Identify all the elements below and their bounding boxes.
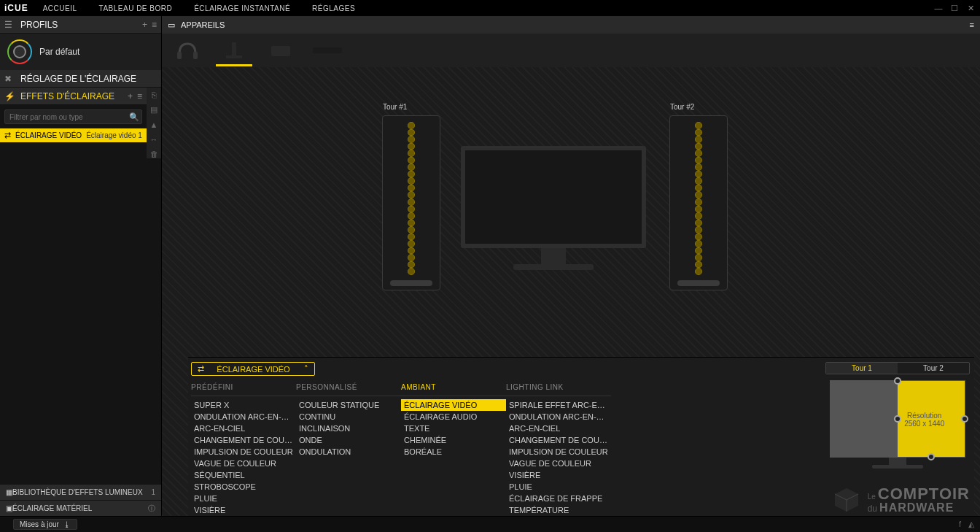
lighting-settings-header: ✖ RÉGLAGE DE L'ÉCLAIRAGE xyxy=(0,70,161,88)
cat-link-header: LIGHTING LINK xyxy=(506,380,611,396)
tower-1[interactable]: Tour #1 xyxy=(382,115,440,290)
minimize-icon[interactable]: — xyxy=(933,3,944,13)
effect-option[interactable]: INCLINAISON xyxy=(296,423,401,434)
preview-monitor[interactable]: Résolution2560 x 1440 xyxy=(830,380,965,458)
effect-option[interactable]: CONTINU xyxy=(296,411,401,423)
effect-option[interactable]: SUPER X xyxy=(191,399,296,411)
shuffle-icon: ⇄ xyxy=(4,131,11,140)
effect-option[interactable]: SÉQUENTIEL xyxy=(191,469,296,481)
maximize-icon[interactable]: ☐ xyxy=(949,3,960,13)
effect-option[interactable]: BORÉALE xyxy=(401,446,506,458)
svg-rect-0 xyxy=(177,52,182,59)
search-icon[interactable]: 🔍 xyxy=(127,112,141,122)
effect-option[interactable]: COULEUR STATIQUE xyxy=(296,399,401,411)
tower-2-base xyxy=(677,280,720,286)
profile-name: Par défaut xyxy=(39,47,79,57)
effect-option[interactable]: PLUIE xyxy=(506,481,611,493)
add-profile-button[interactable]: + xyxy=(142,20,147,30)
effect-option[interactable]: ONDULATION xyxy=(296,446,401,458)
updates-button[interactable]: Mises à jour ⭳ xyxy=(13,519,77,530)
effect-option[interactable]: VAGUE DE COULEUR xyxy=(191,458,296,469)
effect-option[interactable]: CHANGEMENT DE COULEUR xyxy=(191,434,296,446)
add-effect-button[interactable]: + xyxy=(128,91,133,101)
nav-instant-lighting[interactable]: ÉCLAIRAGE INSTANTANÉ xyxy=(194,4,290,12)
effect-option[interactable]: CHEMINÉE xyxy=(401,434,506,446)
capture-handle-right[interactable] xyxy=(961,415,968,423)
nav-home[interactable]: ACCUEIL xyxy=(43,4,77,12)
close-icon[interactable]: ✕ xyxy=(965,3,976,13)
effect-option[interactable]: TEMPÉRATURE xyxy=(506,504,611,516)
device-lighting-node[interactable] xyxy=(216,38,252,63)
tab-tour-2[interactable]: Tour 2 xyxy=(898,363,969,374)
hardware-lighting-row[interactable]: ▣ ÉCLAIRAGE MATÉRIEL ⓘ xyxy=(0,500,161,516)
cat-ambient-header: AMBIANT xyxy=(401,380,506,396)
effect-dropdown[interactable]: ⇄ ÉCLAIRAGE VIDÉO ˄ xyxy=(191,362,315,376)
effect-option[interactable]: ARC-EN-CIEL xyxy=(191,423,296,434)
capture-handle-bottom[interactable] xyxy=(928,453,935,460)
effect-option[interactable]: ÉCLAIRAGE DE FRAPPE xyxy=(506,493,611,504)
delete-icon[interactable]: 🗑 xyxy=(150,150,158,158)
device-headset[interactable] xyxy=(169,38,206,63)
device-hub[interactable] xyxy=(262,38,299,63)
cat-link: LIGHTING LINK SPIRALE EFFET ARC-EN-CIELO… xyxy=(506,380,611,532)
effects-search-input[interactable] xyxy=(5,113,127,121)
chip-icon: ▣ xyxy=(6,504,12,512)
capture-handle-top[interactable] xyxy=(894,377,901,385)
shuffle-icon: ⇄ xyxy=(198,364,204,374)
nav-settings[interactable]: RÉGLAGES xyxy=(312,4,355,12)
move-up-icon[interactable]: ▲ xyxy=(150,120,158,129)
effect-option[interactable]: VISIÈRE xyxy=(506,469,611,481)
profile-item[interactable]: Par défaut xyxy=(0,34,161,70)
svg-rect-5 xyxy=(313,47,342,53)
effect-option[interactable]: ONDULATION ARC-EN-CIEL xyxy=(191,411,296,423)
footer-bar: Mises à jour ⭳ f ◭ xyxy=(0,516,980,532)
layers-icon[interactable]: ▤ xyxy=(150,105,158,115)
profiles-title: PROFILS xyxy=(20,20,58,30)
cat-predef-header: PRÉDÉFINI xyxy=(191,380,296,396)
tower-2[interactable]: Tour #2 xyxy=(669,115,728,290)
effect-option[interactable]: STROBOSCOPE xyxy=(191,481,296,493)
devices-icon: ▭ xyxy=(168,20,175,30)
chevron-up-icon: ˄ xyxy=(304,364,308,374)
effect-option[interactable]: IMPULSION DE COULEUR xyxy=(191,446,296,458)
effect-option[interactable]: TEXTE xyxy=(401,423,506,434)
nav-dashboard[interactable]: TABLEAU DE BORD xyxy=(99,4,173,12)
profiles-icon: ☰ xyxy=(4,20,16,30)
effects-search[interactable]: 🔍 xyxy=(4,109,142,124)
monitor-screen xyxy=(461,146,646,248)
effect-option[interactable]: SPIRALE EFFET ARC-EN-CIEL xyxy=(506,399,611,411)
devices-title: APPAREILS xyxy=(181,20,225,29)
profiles-menu-button[interactable]: ≡ xyxy=(152,20,157,30)
effects-menu-button[interactable]: ≡ xyxy=(137,91,142,101)
move-link-icon[interactable]: ↔ xyxy=(150,135,158,144)
library-icon: ▦ xyxy=(6,488,12,496)
copy-icon[interactable]: ⎘ xyxy=(152,90,157,99)
corsair-icon[interactable]: ◭ xyxy=(968,520,974,529)
effect-option[interactable]: ONDULATION ARC-EN-CIEL xyxy=(506,411,611,423)
effect-option[interactable]: CHANGEMENT DE COULEUR xyxy=(506,434,611,446)
devices-menu-button[interactable]: ≡ xyxy=(970,20,974,29)
svg-rect-4 xyxy=(271,46,290,56)
tower-1-leds xyxy=(408,122,415,275)
facebook-icon[interactable]: f xyxy=(959,520,961,529)
tower-2-label: Tour #2 xyxy=(670,103,694,111)
device-commander[interactable] xyxy=(309,38,346,63)
cat-custom-list: COULEUR STATIQUECONTINUINCLINAISONONDEON… xyxy=(296,399,401,458)
tab-tour-1[interactable]: Tour 1 xyxy=(826,363,898,374)
info-icon[interactable]: ⓘ xyxy=(148,504,155,514)
effects-header: ⚡ EFFETS D'ÉCLAIRAGE + ≡ xyxy=(0,88,147,105)
effect-option[interactable]: IMPULSION DE COULEUR xyxy=(506,446,611,458)
cat-custom-header: PERSONNALISÉ xyxy=(296,380,401,396)
effect-option[interactable]: VAGUE DE COULEUR xyxy=(506,458,611,469)
effect-option[interactable]: ÉCLAIRAGE AUDIO xyxy=(401,411,506,423)
effect-option[interactable]: ONDE xyxy=(296,434,401,446)
effect-item-selected[interactable]: ⇄ ÉCLAIRAGE VIDÉO Éclairage vidéo 1 xyxy=(0,128,147,142)
effect-option[interactable]: VISIÈRE xyxy=(191,504,296,516)
lighting-settings-title: RÉGLAGE DE L'ÉCLAIRAGE xyxy=(20,74,136,84)
effect-library-row[interactable]: ▦ BIBLIOTHÈQUE D'EFFETS LUMINEUX 1 xyxy=(0,484,161,500)
effect-option[interactable]: ÉCLAIRAGE VIDÉO xyxy=(401,399,506,411)
capture-handle-left[interactable] xyxy=(894,415,901,423)
devices-header: ▭ APPAREILS ≡ xyxy=(162,16,980,34)
effect-option[interactable]: PLUIE xyxy=(191,493,296,504)
effect-option[interactable]: ARC-EN-CIEL xyxy=(506,423,611,434)
